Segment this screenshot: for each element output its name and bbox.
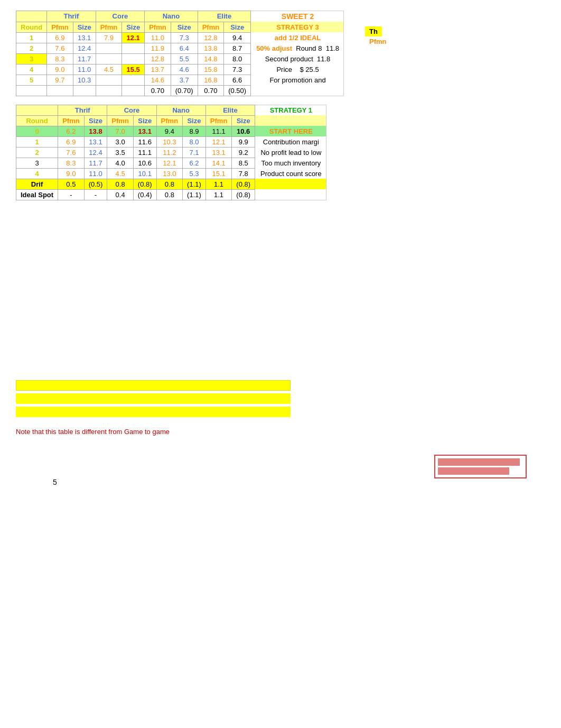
core-header: Core xyxy=(96,11,145,22)
sweet2-table: Thrif Core Nano Elite SWEET 2 Round Pfmn… xyxy=(16,11,344,96)
table-row-drif: Drif 0.5 (0.5) 0.8 (0.8) 0.8 (1.1) 1.1 (… xyxy=(16,179,326,189)
table-row: 2 7.6 12.4 11.9 6.4 13.8 8.7 50% adjust … xyxy=(16,43,344,53)
nano-pfmn-header: Pfmn xyxy=(145,22,171,32)
table-row-footer: 0.70 (0.70) 0.70 (0.50) xyxy=(16,85,344,96)
top-section: Thrif Core Nano Elite SWEET 2 Round Pfmn… xyxy=(16,11,545,200)
table-row: 2 7.6 12.4 3.5 11.1 11.2 7.1 13.1 9.2 No… xyxy=(16,147,326,158)
yellow-bar-1 xyxy=(16,380,291,391)
nano-header2: Nano xyxy=(156,105,205,115)
note-too-much-inventory: Too much inventory xyxy=(255,158,326,168)
thrif-header2: Thrif xyxy=(58,105,107,115)
sweet2-title-cell: SWEET 2 xyxy=(251,11,344,22)
round-col-header: Round xyxy=(16,22,47,32)
strategy1-title-cell: STRATEGY 1 xyxy=(255,105,326,115)
note-second-product: Second product 11.8 xyxy=(251,53,344,64)
elite-header: Elite xyxy=(198,11,250,22)
elite-header2: Elite xyxy=(205,105,255,115)
yellow-bar-2 xyxy=(16,393,291,404)
table-row-ideal: Ideal Spot - - 0.4 (0.4) 0.8 (1.1) 1.1 (… xyxy=(16,189,326,200)
table-row: 4 9.0 11.0 4.5 15.5 13.7 4.6 15.8 7.3 Pr… xyxy=(16,64,344,75)
yellow-bar-3 xyxy=(16,407,291,417)
strategy1-table-area: Thrif Core Nano Elite STRATEGY 1 Round P… xyxy=(16,105,326,200)
table-row: 0 6.2 13.8 7.0 13.1 9.4 8.9 11.1 10.6 ST… xyxy=(16,126,326,136)
table-row: 1 6.9 13.1 3.0 11.6 10.3 8.0 12.1 9.9 Co… xyxy=(16,136,326,147)
start-here-label: START HERE xyxy=(255,126,326,136)
thrif-header: Thrif xyxy=(47,11,96,22)
strategy3-cell: STRATEGY 3 xyxy=(251,22,344,32)
table-row: 4 9.0 11.0 4.5 10.1 13.0 5.3 15.1 7.8 Pr… xyxy=(16,168,326,179)
table-row: 3 8.3 11.7 4.0 10.6 12.1 6.2 14.1 8.5 To… xyxy=(16,158,326,168)
page-number: 5 xyxy=(53,478,545,486)
note-promotion: For promotion and xyxy=(251,75,344,85)
elite-size-header: Size xyxy=(224,22,251,32)
deco-red-bar-1 xyxy=(438,458,520,466)
nano-header: Nano xyxy=(145,11,198,22)
strategy1-table: Thrif Core Nano Elite STRATEGY 1 Round P… xyxy=(16,105,326,200)
note-add-ideal: add 1/2 IDEAL xyxy=(251,32,344,43)
thrif-pfmn-header: Pfmn xyxy=(47,22,73,32)
note-price: Price $ 25.5 xyxy=(251,64,344,75)
deco-red-box xyxy=(434,455,527,478)
thrif-size-header: Size xyxy=(73,22,96,32)
core-pfmn-header: Pfmn xyxy=(96,22,122,32)
note-50pct: 50% adjust Round 8 11.8 xyxy=(251,43,344,53)
note-product-count: Product count score xyxy=(255,168,326,179)
strategy1-section: Thrif Core Nano Elite STRATEGY 1 Round P… xyxy=(16,105,545,200)
table-row: 3 8.3 11.7 12.8 5.5 14.8 8.0 Second prod… xyxy=(16,53,344,64)
core-size-header: Size xyxy=(122,22,145,32)
bottom-bars-area xyxy=(16,380,545,417)
note-no-profit: No profit lead to low xyxy=(255,147,326,158)
deco-red-bar-2 xyxy=(438,467,509,475)
top-right-label: Th Pfmn xyxy=(365,26,391,47)
table-row: 1 6.9 13.1 7.9 12.1 11.0 7.3 12.8 9.4 ad… xyxy=(16,32,344,43)
note-text-area: Note that this table is different from G… xyxy=(16,428,545,436)
sweet2-table-area: Thrif Core Nano Elite SWEET 2 Round Pfmn… xyxy=(16,11,344,96)
nano-size-header: Size xyxy=(171,22,198,32)
table-row: 5 9.7 10.3 14.6 3.7 16.8 6.6 For promoti… xyxy=(16,75,344,85)
note-contribution: Contribution margi xyxy=(255,136,326,147)
core-header2: Core xyxy=(107,105,156,115)
elite-pfmn-header: Pfmn xyxy=(198,22,224,32)
